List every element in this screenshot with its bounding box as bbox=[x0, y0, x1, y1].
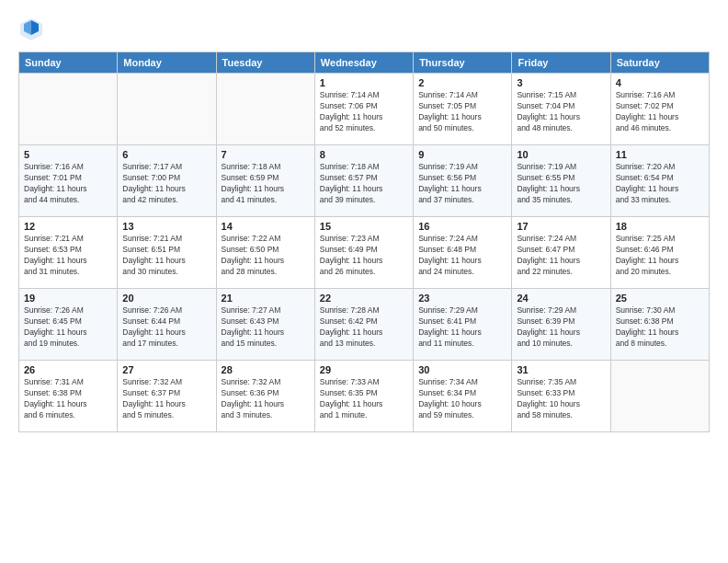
day-info: Sunrise: 7:14 AM Sunset: 7:06 PM Dayligh… bbox=[320, 90, 408, 134]
day-cell: 14Sunrise: 7:22 AM Sunset: 6:50 PM Dayli… bbox=[216, 217, 314, 289]
day-cell: 30Sunrise: 7:34 AM Sunset: 6:34 PM Dayli… bbox=[414, 361, 512, 432]
day-info: Sunrise: 7:18 AM Sunset: 6:59 PM Dayligh… bbox=[222, 162, 310, 206]
day-cell: 19Sunrise: 7:26 AM Sunset: 6:45 PM Dayli… bbox=[19, 289, 118, 361]
day-number: 24 bbox=[517, 293, 605, 304]
day-info: Sunrise: 7:32 AM Sunset: 6:36 PM Dayligh… bbox=[222, 377, 310, 421]
page: SundayMondayTuesdayWednesdayThursdayFrid… bbox=[0, 0, 728, 563]
weekday-header-row: SundayMondayTuesdayWednesdayThursdayFrid… bbox=[19, 52, 710, 74]
week-row-1: 1Sunrise: 7:14 AM Sunset: 7:06 PM Daylig… bbox=[19, 74, 710, 145]
day-info: Sunrise: 7:35 AM Sunset: 6:33 PM Dayligh… bbox=[517, 377, 605, 421]
day-info: Sunrise: 7:29 AM Sunset: 6:41 PM Dayligh… bbox=[418, 305, 506, 350]
day-cell: 25Sunrise: 7:30 AM Sunset: 6:38 PM Dayli… bbox=[610, 289, 709, 361]
day-cell: 21Sunrise: 7:27 AM Sunset: 6:43 PM Dayli… bbox=[216, 289, 314, 361]
week-row-3: 12Sunrise: 7:21 AM Sunset: 6:53 PM Dayli… bbox=[19, 217, 710, 289]
day-info: Sunrise: 7:29 AM Sunset: 6:39 PM Dayligh… bbox=[517, 305, 605, 350]
day-number: 27 bbox=[122, 364, 210, 375]
day-info: Sunrise: 7:19 AM Sunset: 6:55 PM Dayligh… bbox=[517, 162, 605, 206]
day-number: 6 bbox=[122, 149, 210, 160]
day-info: Sunrise: 7:19 AM Sunset: 6:56 PM Dayligh… bbox=[418, 162, 506, 206]
day-number: 21 bbox=[222, 293, 310, 304]
calendar-table: SundayMondayTuesdayWednesdayThursdayFrid… bbox=[18, 52, 710, 432]
day-cell: 9Sunrise: 7:19 AM Sunset: 6:56 PM Daylig… bbox=[414, 145, 512, 217]
day-cell: 15Sunrise: 7:23 AM Sunset: 6:49 PM Dayli… bbox=[314, 217, 413, 289]
day-info: Sunrise: 7:27 AM Sunset: 6:43 PM Dayligh… bbox=[222, 305, 310, 350]
weekday-monday: Monday bbox=[118, 52, 216, 74]
day-info: Sunrise: 7:33 AM Sunset: 6:35 PM Dayligh… bbox=[320, 377, 408, 421]
header bbox=[18, 17, 710, 42]
day-cell: 18Sunrise: 7:25 AM Sunset: 6:46 PM Dayli… bbox=[610, 217, 709, 289]
day-number: 17 bbox=[517, 221, 605, 232]
day-info: Sunrise: 7:24 AM Sunset: 6:47 PM Dayligh… bbox=[517, 234, 605, 278]
day-number: 29 bbox=[320, 364, 408, 375]
day-cell: 5Sunrise: 7:16 AM Sunset: 7:01 PM Daylig… bbox=[19, 145, 118, 217]
day-number: 15 bbox=[320, 221, 408, 232]
day-cell: 29Sunrise: 7:33 AM Sunset: 6:35 PM Dayli… bbox=[314, 361, 413, 432]
day-number: 1 bbox=[320, 77, 408, 88]
day-number: 2 bbox=[418, 77, 506, 88]
weekday-sunday: Sunday bbox=[19, 52, 118, 74]
day-cell: 3Sunrise: 7:15 AM Sunset: 7:04 PM Daylig… bbox=[512, 74, 610, 145]
day-number: 28 bbox=[222, 364, 310, 375]
day-cell: 31Sunrise: 7:35 AM Sunset: 6:33 PM Dayli… bbox=[512, 361, 610, 432]
day-number: 12 bbox=[24, 221, 112, 232]
day-info: Sunrise: 7:34 AM Sunset: 6:34 PM Dayligh… bbox=[418, 377, 506, 421]
day-info: Sunrise: 7:21 AM Sunset: 6:51 PM Dayligh… bbox=[122, 234, 210, 278]
day-info: Sunrise: 7:30 AM Sunset: 6:38 PM Dayligh… bbox=[616, 305, 704, 350]
day-cell: 22Sunrise: 7:28 AM Sunset: 6:42 PM Dayli… bbox=[314, 289, 413, 361]
day-cell: 13Sunrise: 7:21 AM Sunset: 6:51 PM Dayli… bbox=[118, 217, 216, 289]
day-info: Sunrise: 7:18 AM Sunset: 6:57 PM Dayligh… bbox=[320, 162, 408, 206]
day-info: Sunrise: 7:16 AM Sunset: 7:02 PM Dayligh… bbox=[616, 90, 704, 134]
day-cell bbox=[610, 361, 709, 432]
weekday-tuesday: Tuesday bbox=[216, 52, 314, 74]
weekday-friday: Friday bbox=[512, 52, 610, 74]
day-number: 13 bbox=[122, 221, 210, 232]
day-info: Sunrise: 7:26 AM Sunset: 6:45 PM Dayligh… bbox=[24, 305, 112, 350]
day-number: 11 bbox=[616, 149, 704, 160]
day-cell: 12Sunrise: 7:21 AM Sunset: 6:53 PM Dayli… bbox=[19, 217, 118, 289]
day-cell: 27Sunrise: 7:32 AM Sunset: 6:37 PM Dayli… bbox=[118, 361, 216, 432]
day-cell bbox=[19, 74, 118, 145]
day-cell: 17Sunrise: 7:24 AM Sunset: 6:47 PM Dayli… bbox=[512, 217, 610, 289]
day-info: Sunrise: 7:24 AM Sunset: 6:48 PM Dayligh… bbox=[418, 234, 506, 278]
week-row-4: 19Sunrise: 7:26 AM Sunset: 6:45 PM Dayli… bbox=[19, 289, 710, 361]
day-info: Sunrise: 7:15 AM Sunset: 7:04 PM Dayligh… bbox=[517, 90, 605, 134]
day-number: 3 bbox=[517, 77, 605, 88]
day-cell bbox=[118, 74, 216, 145]
day-cell: 8Sunrise: 7:18 AM Sunset: 6:57 PM Daylig… bbox=[314, 145, 413, 217]
day-cell bbox=[216, 74, 314, 145]
logo bbox=[18, 17, 48, 42]
weekday-thursday: Thursday bbox=[414, 52, 512, 74]
day-cell: 28Sunrise: 7:32 AM Sunset: 6:36 PM Dayli… bbox=[216, 361, 314, 432]
day-number: 5 bbox=[24, 149, 112, 160]
day-info: Sunrise: 7:32 AM Sunset: 6:37 PM Dayligh… bbox=[122, 377, 210, 421]
day-info: Sunrise: 7:14 AM Sunset: 7:05 PM Dayligh… bbox=[418, 90, 506, 134]
day-number: 8 bbox=[320, 149, 408, 160]
day-info: Sunrise: 7:21 AM Sunset: 6:53 PM Dayligh… bbox=[24, 234, 112, 278]
day-number: 4 bbox=[616, 77, 704, 88]
day-number: 25 bbox=[616, 293, 704, 304]
week-row-5: 26Sunrise: 7:31 AM Sunset: 6:38 PM Dayli… bbox=[19, 361, 710, 432]
day-cell: 6Sunrise: 7:17 AM Sunset: 7:00 PM Daylig… bbox=[118, 145, 216, 217]
day-number: 10 bbox=[517, 149, 605, 160]
day-info: Sunrise: 7:31 AM Sunset: 6:38 PM Dayligh… bbox=[24, 377, 112, 421]
day-number: 30 bbox=[418, 364, 506, 375]
day-info: Sunrise: 7:20 AM Sunset: 6:54 PM Dayligh… bbox=[616, 162, 704, 206]
weekday-saturday: Saturday bbox=[610, 52, 709, 74]
day-number: 31 bbox=[517, 364, 605, 375]
day-info: Sunrise: 7:23 AM Sunset: 6:49 PM Dayligh… bbox=[320, 234, 408, 278]
day-number: 26 bbox=[24, 364, 112, 375]
logo-icon bbox=[18, 17, 44, 42]
day-cell: 16Sunrise: 7:24 AM Sunset: 6:48 PM Dayli… bbox=[414, 217, 512, 289]
day-number: 14 bbox=[222, 221, 310, 232]
day-cell: 26Sunrise: 7:31 AM Sunset: 6:38 PM Dayli… bbox=[19, 361, 118, 432]
day-cell: 2Sunrise: 7:14 AM Sunset: 7:05 PM Daylig… bbox=[414, 74, 512, 145]
day-cell: 1Sunrise: 7:14 AM Sunset: 7:06 PM Daylig… bbox=[314, 74, 413, 145]
day-number: 9 bbox=[418, 149, 506, 160]
day-cell: 24Sunrise: 7:29 AM Sunset: 6:39 PM Dayli… bbox=[512, 289, 610, 361]
day-info: Sunrise: 7:28 AM Sunset: 6:42 PM Dayligh… bbox=[320, 305, 408, 350]
weekday-wednesday: Wednesday bbox=[314, 52, 413, 74]
day-cell: 11Sunrise: 7:20 AM Sunset: 6:54 PM Dayli… bbox=[610, 145, 709, 217]
day-cell: 4Sunrise: 7:16 AM Sunset: 7:02 PM Daylig… bbox=[610, 74, 709, 145]
day-info: Sunrise: 7:17 AM Sunset: 7:00 PM Dayligh… bbox=[122, 162, 210, 206]
day-number: 20 bbox=[122, 293, 210, 304]
